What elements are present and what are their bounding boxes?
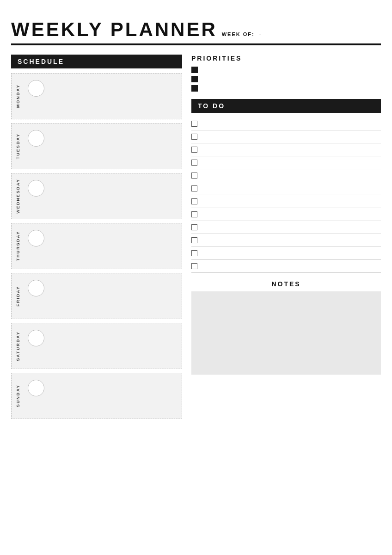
notes-section: NOTES: [191, 280, 381, 375]
right-column: PRIORITIES TO DO: [191, 55, 381, 375]
sunday-label: SUNDAY: [16, 384, 20, 407]
sunday-circle[interactable]: [28, 380, 44, 396]
todo-checkbox-12[interactable]: [191, 263, 197, 269]
monday-content[interactable]: [48, 74, 182, 119]
tuesday-content[interactable]: [48, 123, 182, 169]
todo-item-6: [191, 182, 381, 195]
sunday-content[interactable]: [48, 373, 182, 419]
priority-line-3: [202, 88, 381, 89]
todo-item-1: [191, 117, 381, 130]
wednesday-label: WEDNESDAY: [16, 179, 20, 214]
friday-label-col: FRIDAY: [12, 273, 24, 319]
thursday-content[interactable]: [48, 223, 182, 269]
saturday-label: SATURDAY: [16, 331, 20, 361]
thursday-circle-col: [24, 223, 48, 269]
priority-item-3: [191, 85, 381, 92]
todo-checkbox-8[interactable]: [191, 211, 197, 217]
tuesday-circle[interactable]: [28, 130, 44, 147]
priority-line-2: [202, 79, 381, 80]
sunday-label-col: SUNDAY: [12, 373, 24, 419]
todo-item-10: [191, 234, 381, 247]
saturday-content[interactable]: [48, 323, 182, 369]
todo-checkbox-7[interactable]: [191, 198, 197, 204]
todo-item-8: [191, 208, 381, 221]
saturday-block: SATURDAY: [11, 323, 182, 369]
tuesday-circle-col: [24, 123, 48, 169]
sunday-block: SUNDAY: [11, 373, 182, 419]
header: WEEKLY PLANNER WEEK OF: -: [11, 18, 381, 41]
priority-item-1: [191, 67, 381, 73]
thursday-label: THURSDAY: [16, 231, 20, 261]
priorities-section: PRIORITIES: [191, 55, 381, 92]
todo-checkbox-1[interactable]: [191, 121, 197, 127]
friday-circle-col: [24, 273, 48, 319]
thursday-label-col: THURSDAY: [12, 223, 24, 269]
todo-checkbox-10[interactable]: [191, 237, 197, 243]
friday-label: FRIDAY: [16, 286, 20, 307]
friday-circle[interactable]: [28, 280, 44, 296]
priority-item-2: [191, 76, 381, 82]
notes-box[interactable]: [191, 291, 381, 375]
todo-checkbox-9[interactable]: [191, 224, 197, 230]
todo-checkbox-4[interactable]: [191, 160, 197, 166]
todo-item-5: [191, 169, 381, 182]
todo-item-12: [191, 260, 381, 273]
todo-checkbox-3[interactable]: [191, 147, 197, 153]
todo-item-4: [191, 156, 381, 169]
saturday-circle-col: [24, 323, 48, 369]
wednesday-circle-col: [24, 173, 48, 219]
todo-item-9: [191, 221, 381, 234]
tuesday-label: TUESDAY: [16, 133, 20, 159]
page-title: WEEKLY PLANNER: [11, 18, 217, 41]
monday-label-col: MONDAY: [12, 74, 24, 119]
friday-content[interactable]: [48, 273, 182, 319]
thursday-block: THURSDAY: [11, 223, 182, 269]
todo-checkbox-5[interactable]: [191, 173, 197, 179]
todo-item-11: [191, 247, 381, 260]
todo-checkbox-11[interactable]: [191, 250, 197, 256]
week-of-value: -: [259, 31, 261, 37]
priority-checkbox-1[interactable]: [191, 67, 198, 73]
priority-checkbox-3[interactable]: [191, 85, 198, 92]
todo-checkbox-2[interactable]: [191, 134, 197, 140]
page: WEEKLY PLANNER WEEK OF: - SCHEDULE MONDA…: [11, 0, 381, 437]
todo-item-7: [191, 195, 381, 208]
priorities-title: PRIORITIES: [191, 55, 381, 62]
wednesday-label-col: WEDNESDAY: [12, 173, 24, 219]
monday-circle[interactable]: [28, 80, 44, 97]
monday-block: MONDAY: [11, 73, 182, 119]
todo-section: TO DO: [191, 99, 381, 273]
saturday-circle[interactable]: [28, 330, 44, 346]
priority-checkbox-2[interactable]: [191, 76, 198, 82]
todo-checkbox-6[interactable]: [191, 185, 197, 191]
tuesday-label-col: TUESDAY: [12, 123, 24, 169]
schedule-header: SCHEDULE: [11, 55, 182, 68]
todo-item-2: [191, 130, 381, 143]
todo-item-3: [191, 143, 381, 156]
week-of-label: WEEK OF:: [222, 31, 255, 37]
notes-title: NOTES: [191, 280, 381, 288]
tuesday-block: TUESDAY: [11, 123, 182, 169]
wednesday-block: WEDNESDAY: [11, 173, 182, 219]
saturday-label-col: SATURDAY: [12, 323, 24, 369]
monday-circle-col: [24, 74, 48, 119]
wednesday-circle[interactable]: [28, 180, 44, 197]
header-divider: [11, 43, 381, 45]
wednesday-content[interactable]: [48, 173, 182, 219]
priority-line-1: [202, 70, 381, 70]
schedule-column: SCHEDULE MONDAY TUESDAY: [11, 55, 182, 423]
monday-label: MONDAY: [16, 84, 20, 108]
todo-header: TO DO: [191, 99, 381, 113]
thursday-circle[interactable]: [28, 230, 44, 247]
main-layout: SCHEDULE MONDAY TUESDAY: [11, 55, 381, 423]
friday-block: FRIDAY: [11, 273, 182, 319]
sunday-circle-col: [24, 373, 48, 419]
